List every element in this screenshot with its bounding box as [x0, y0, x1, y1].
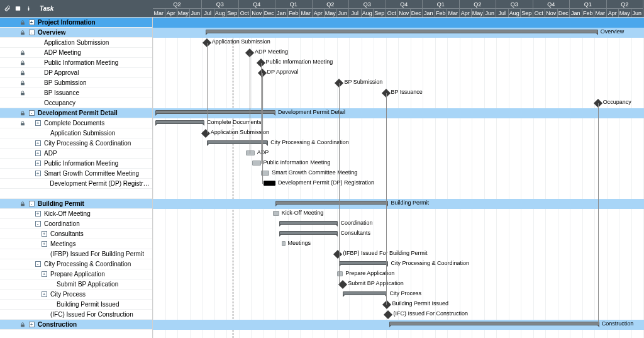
expand-icon[interactable]: +	[35, 140, 41, 146]
task-row-dp-reg[interactable]: Development Permit (DP) Registration	[0, 179, 152, 189]
attachment-icon[interactable]	[4, 5, 11, 12]
expand-icon[interactable]: +	[35, 161, 41, 166]
gantt-bar[interactable]	[275, 201, 388, 205]
expand-icon[interactable]: +	[35, 171, 41, 176]
gantt-row-construction: Construction	[153, 320, 644, 330]
gantt-bar[interactable]	[155, 110, 275, 114]
gantt-bar[interactable]	[155, 120, 204, 124]
dependency-line	[261, 63, 262, 164]
milestone-icon[interactable]	[384, 310, 392, 319]
task-row-city-process[interactable]: +City Process	[0, 290, 152, 300]
gantt-row-sgc: Smart Growth Committee Meeting	[153, 169, 644, 179]
task-row-prep-app[interactable]: +Prepare Application	[0, 269, 152, 279]
gantt-bar[interactable]	[339, 261, 388, 265]
gantt-row-ifc: (IFC) Issued For Construction	[153, 310, 644, 320]
task-row-app-sub[interactable]: Application Submission	[0, 38, 152, 48]
task-row-adp[interactable]: +ADP	[0, 149, 152, 159]
milestone-icon[interactable]	[333, 250, 342, 259]
milestone-label: ADP Meeting	[255, 48, 288, 55]
month-header: Jan	[275, 9, 288, 18]
gantt-bar[interactable]	[282, 241, 286, 246]
gantt-bar[interactable]	[206, 30, 598, 33]
task-label: Overview	[35, 29, 65, 36]
task-label: Complete Documents	[42, 120, 104, 127]
milestone-label: Occupancy	[603, 99, 631, 105]
milestone-icon[interactable]	[382, 300, 391, 309]
quarter-header: Q2	[460, 0, 497, 9]
task-row-pub-info2[interactable]: +Public Information Meeting	[0, 159, 152, 169]
gantt-bar[interactable]	[264, 181, 276, 186]
task-row-dev-permit[interactable]: -Development Permit Detail	[0, 108, 152, 118]
collapse-icon[interactable]: -	[29, 201, 35, 206]
lock-icon	[19, 322, 26, 328]
quarter-header: Q1	[423, 0, 460, 9]
expand-icon[interactable]: +	[42, 271, 47, 277]
task-row-dp-appr[interactable]: DP Approval	[0, 68, 152, 78]
lock-icon	[19, 110, 26, 116]
expand-icon[interactable]: +	[35, 211, 41, 217]
lock-icon	[19, 20, 26, 26]
task-label: DP Approval	[42, 69, 79, 76]
expand-icon[interactable]: +	[35, 120, 41, 126]
gantt-row-submit-bp: Submit BP Application	[153, 279, 644, 290]
expand-icon[interactable]: +	[42, 241, 47, 247]
task-row-pub-info[interactable]: Public Information Meeting	[0, 58, 152, 68]
task-row-dp-app-sub[interactable]: Application Submission	[0, 128, 152, 138]
task-row-ifc[interactable]: (IFC) Issued For Construction	[0, 310, 152, 320]
quarter-header: Q2	[313, 0, 350, 9]
gantt-row-bp-iss: BP Issuance	[153, 88, 644, 98]
task-row-construction[interactable]: +Construction	[0, 320, 152, 330]
expand-icon[interactable]: +	[35, 150, 41, 156]
task-row-city-proc[interactable]: +City Processing & Coordination	[0, 138, 152, 149]
task-row-kickoff[interactable]: +Kick-Off Meeting	[0, 209, 152, 219]
milestone-icon[interactable]	[201, 129, 210, 138]
task-row-occ[interactable]: Occupancy	[0, 98, 152, 108]
gantt-bar[interactable]	[207, 140, 269, 144]
svg-rect-3	[21, 32, 25, 35]
task-row-bp-sub[interactable]: BP Submission	[0, 78, 152, 88]
quarter-header: Q4	[239, 0, 276, 9]
task-column-header[interactable]: Task	[40, 5, 53, 12]
task-row-coord[interactable]: -Coordination	[0, 219, 152, 229]
task-row-proj-info[interactable]: +Project Information	[0, 18, 152, 28]
task-row-bp-issued[interactable]: Building Permit Issued	[0, 300, 152, 310]
gantt-bar[interactable]	[252, 161, 261, 166]
gantt-bar[interactable]	[279, 231, 338, 235]
collapse-icon[interactable]: -	[35, 261, 41, 267]
gantt-bar[interactable]	[389, 322, 599, 325]
collapse-icon[interactable]: -	[29, 30, 35, 35]
task-row-city-proc2[interactable]: -City Processing & Coordination	[0, 259, 152, 269]
task-row-adp-mtg[interactable]: ADP Meeting	[0, 48, 152, 58]
task-row-bp-iss[interactable]: BP Issuance	[0, 88, 152, 98]
dependency-line	[250, 53, 250, 154]
expand-icon[interactable]: +	[42, 231, 47, 237]
task-row-ifbp[interactable]: (IFBP) Issued For Building Permit	[0, 249, 152, 259]
month-header: Oct	[533, 9, 546, 18]
collapse-icon[interactable]: -	[29, 110, 35, 116]
month-header: May	[177, 9, 190, 18]
collapse-icon[interactable]: -	[35, 221, 41, 227]
task-row-sgc[interactable]: +Smart Growth Committee Meeting	[0, 169, 152, 179]
gantt-bar[interactable]	[273, 211, 279, 216]
milestone-label: BP Issuance	[391, 89, 423, 95]
expand-icon[interactable]: +	[29, 322, 35, 327]
note-icon[interactable]	[14, 5, 21, 12]
gantt-bar[interactable]	[343, 291, 387, 295]
month-header: Jun	[190, 9, 203, 18]
gantt-bar[interactable]	[279, 221, 338, 225]
gantt-pane[interactable]: OverviewApplication SubmissionADP Meetin…	[153, 18, 644, 338]
task-list-pane[interactable]: +Project Information-OverviewApplication…	[0, 18, 153, 338]
quarter-header: Q2	[153, 0, 202, 9]
task-row-consult[interactable]: +Consultants	[0, 229, 152, 239]
task-row-overview[interactable]: -Overview	[0, 28, 152, 38]
gantt-row-bp-issued: Building Permit Issued	[153, 300, 644, 310]
info-icon[interactable]	[25, 5, 32, 12]
task-label: City Processing & Coordination	[42, 140, 131, 147]
expand-icon[interactable]: +	[42, 291, 47, 297]
task-row-comp-docs[interactable]: +Complete Documents	[0, 118, 152, 128]
expand-icon[interactable]: +	[29, 20, 35, 25]
task-row-spacer1[interactable]	[0, 189, 152, 199]
task-row-meetings[interactable]: +Meetings	[0, 239, 152, 249]
task-row-bld-permit[interactable]: -Building Permit	[0, 199, 152, 209]
task-row-submit-bp[interactable]: Submit BP Application	[0, 279, 152, 290]
